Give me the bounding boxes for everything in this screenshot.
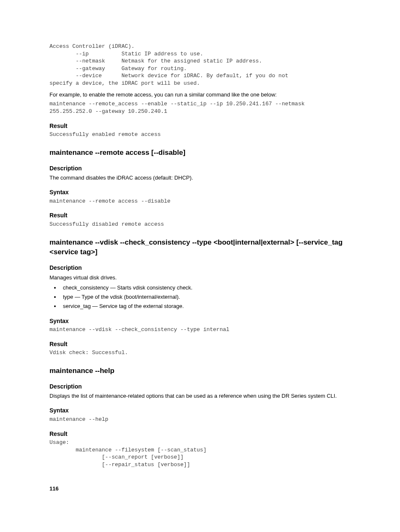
code-block-access-controller: Access Controller (iDRAC). --ip Static I… [49,43,351,87]
section-title-help: maintenance --help [49,366,351,376]
page-number: 116 [49,485,351,493]
section-title-disable: maintenance --remote access [--disable] [49,148,351,158]
description-heading-vdisk: Description [49,264,351,272]
list-item: type — Type of the vdisk (boot/internal/… [60,293,351,301]
result-heading-disable: Result [49,211,351,220]
list-item: check_consistency — Starts vdisk consist… [60,284,351,292]
result-heading-help: Result [49,430,351,438]
syntax-text-disable: maintenance --remote access --disable [49,198,351,205]
syntax-heading-disable: Syntax [49,188,351,197]
syntax-text-help: maintenance --help [49,416,351,423]
description-text-help: Displays the list of maintenance-related… [49,392,351,400]
list-item: service_tag — Service tag of the externa… [60,303,351,310]
syntax-text-vdisk: maintenance --vdisk --check_consistency … [49,326,351,334]
description-heading-help: Description [49,383,351,391]
description-text-disable: The command disables the iDRAC access (d… [49,174,351,182]
code-block-example-command: maintenance --remote_access --enable --s… [49,100,351,115]
result-heading-vdisk: Result [49,340,351,349]
syntax-heading-help: Syntax [49,407,351,415]
vdisk-bullet-list: check_consistency — Starts vdisk consist… [49,284,351,310]
result-text-vdisk: Vdisk check: Successful. [49,349,351,357]
syntax-heading-vdisk: Syntax [49,317,351,326]
description-heading-disable: Description [49,164,351,173]
result-text-enable: Successfully enabled remote access [49,131,351,138]
result-text-help: Usage: maintenance --filesystem [--scan_… [49,439,351,468]
result-text-disable: Successfully disabled remote access [49,221,351,228]
section-title-vdisk: maintenance --vdisk --check_consistency … [49,237,351,258]
description-text-vdisk: Manages virtual disk drives. [49,274,351,282]
example-intro-text: For example, to enable the remote access… [49,91,351,99]
result-heading-enable: Result [49,122,351,130]
